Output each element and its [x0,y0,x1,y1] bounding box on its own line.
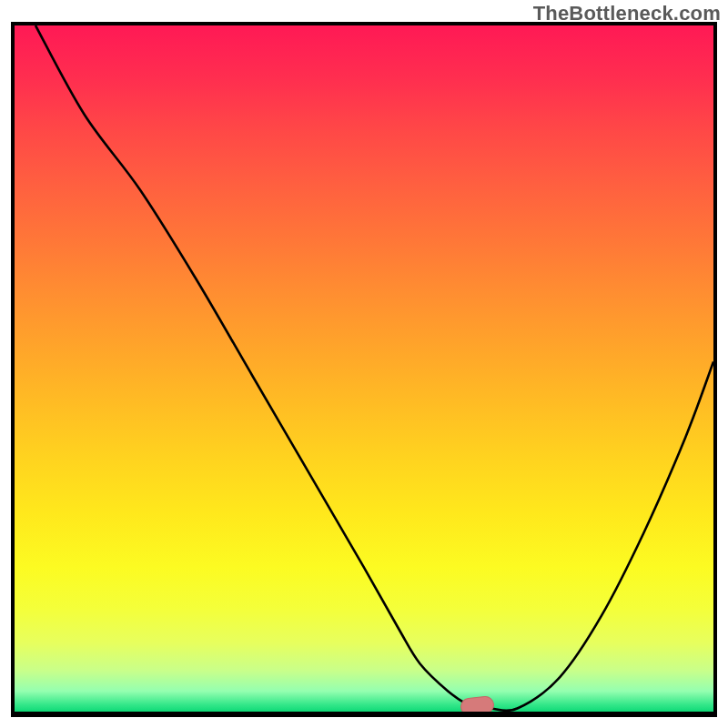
optimum-marker [460,695,495,716]
chart-container: TheBottleneck.com [0,0,728,728]
watermark-text: TheBottleneck.com [533,2,721,25]
plot-outer [11,22,717,717]
gradient-background [15,25,713,712]
plot-frame [11,22,717,717]
